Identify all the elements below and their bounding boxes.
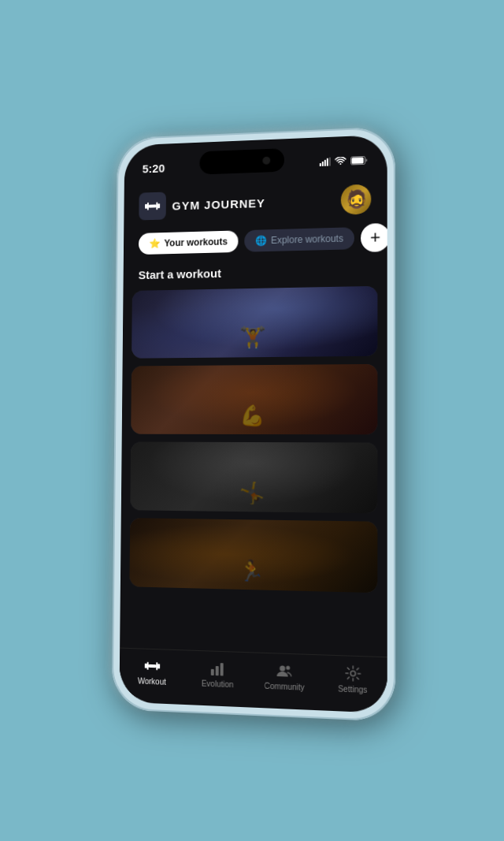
status-time: 5:20 xyxy=(143,161,165,175)
svg-rect-2 xyxy=(324,159,326,166)
tab-explore-workouts[interactable]: 🌐 Explore workouts xyxy=(244,227,354,252)
app-name: GYM JOURNEY xyxy=(172,195,265,211)
svg-rect-6 xyxy=(352,156,364,163)
svg-rect-18 xyxy=(215,665,218,675)
workout-thumb-glutes xyxy=(131,363,377,434)
workout-card-lower-body[interactable]: Lower body xyxy=(132,285,377,358)
svg-rect-1 xyxy=(322,161,324,166)
settings-icon xyxy=(343,664,361,683)
workout-list: Lower body Glutes xyxy=(120,285,387,657)
nav-label-workout: Workout xyxy=(138,676,166,686)
phone-screen: 5:20 xyxy=(119,134,387,713)
svg-rect-0 xyxy=(320,162,321,166)
tab-your-workouts[interactable]: ⭐ Your workouts xyxy=(139,230,239,255)
tab-explore-workouts-label: Explore workouts xyxy=(271,233,343,245)
community-icon xyxy=(276,661,293,679)
svg-rect-10 xyxy=(156,202,158,210)
nav-item-community[interactable]: Community xyxy=(261,661,309,691)
svg-point-21 xyxy=(286,665,290,669)
svg-rect-8 xyxy=(147,202,149,210)
svg-rect-7 xyxy=(145,203,147,208)
workout-thumb-chest xyxy=(130,441,377,513)
svg-rect-19 xyxy=(220,663,223,675)
nav-item-evolution[interactable]: Evolution xyxy=(194,658,241,689)
add-workout-button[interactable]: + xyxy=(361,222,387,251)
svg-rect-17 xyxy=(210,668,213,675)
workout-card-cardio[interactable]: Cardio xyxy=(129,518,377,593)
bottom-navigation: Workout Evolution xyxy=(120,647,387,708)
star-icon: ⭐ xyxy=(149,237,160,248)
tab-bar: ⭐ Your workouts 🌐 Explore workouts + xyxy=(124,222,387,268)
nav-item-workout[interactable]: Workout xyxy=(129,656,176,686)
evolution-icon xyxy=(209,659,226,677)
workout-card-chest[interactable]: chest xyxy=(130,441,377,513)
svg-rect-14 xyxy=(148,664,156,667)
wifi-icon xyxy=(335,156,346,166)
svg-rect-15 xyxy=(156,662,158,670)
logo-area: GYM JOURNEY xyxy=(139,188,265,220)
svg-point-22 xyxy=(350,671,355,675)
tab-your-workouts-label: Your workouts xyxy=(164,236,227,248)
plus-icon: + xyxy=(370,227,380,247)
workout-card-glutes[interactable]: Glutes xyxy=(131,363,377,434)
svg-rect-12 xyxy=(144,663,146,668)
svg-rect-9 xyxy=(149,204,157,207)
app-logo-icon xyxy=(139,192,166,220)
svg-rect-16 xyxy=(158,664,160,668)
svg-rect-13 xyxy=(146,661,148,669)
nav-label-community: Community xyxy=(265,681,305,691)
nav-item-settings[interactable]: Settings xyxy=(328,663,377,694)
avatar[interactable]: 🧔 xyxy=(341,184,372,214)
workout-icon xyxy=(143,657,161,675)
svg-point-20 xyxy=(280,665,285,671)
signal-icon xyxy=(320,157,331,166)
svg-rect-4 xyxy=(329,157,331,166)
nav-label-evolution: Evolution xyxy=(202,679,234,689)
workout-thumb-cardio xyxy=(129,518,377,593)
app-screen: GYM JOURNEY 🧔 ⭐ Your workouts 🌐 Explore … xyxy=(120,177,387,708)
svg-rect-11 xyxy=(158,203,160,208)
phone-frame: 5:20 xyxy=(112,126,395,721)
status-icons xyxy=(320,155,368,166)
app-header: GYM JOURNEY 🧔 xyxy=(124,177,387,230)
dynamic-island xyxy=(199,148,284,175)
globe-icon: 🌐 xyxy=(255,235,267,246)
battery-icon xyxy=(350,155,368,165)
svg-rect-3 xyxy=(327,158,328,166)
nav-label-settings: Settings xyxy=(338,684,367,694)
workout-thumb-lower-body xyxy=(132,285,377,358)
